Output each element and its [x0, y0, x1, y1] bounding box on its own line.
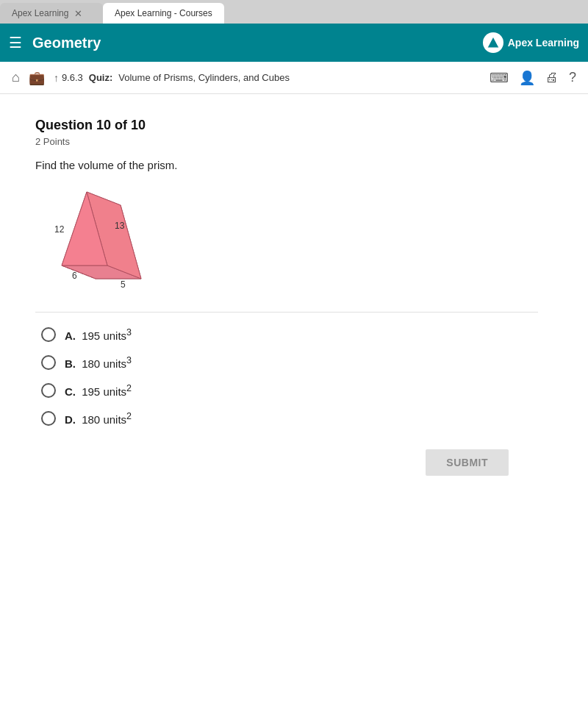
translate-icon[interactable]: ⌨: [490, 70, 509, 86]
profile-icon[interactable]: 👤: [519, 70, 535, 86]
nav-tools: ⌨ 👤 🖨 ?: [490, 70, 576, 86]
apex-logo-svg: [485, 35, 501, 51]
hamburger-icon[interactable]: ☰: [9, 34, 22, 51]
tab-apex-learning-courses[interactable]: Apex Learning - Courses: [103, 3, 224, 24]
tab-apex-learning[interactable]: Apex Learning ✕: [0, 3, 103, 24]
secondary-navigation-bar: ⌂ 💼 ↑ 9.6.3 Quiz: Volume of Prisms, Cyli…: [0, 62, 588, 94]
radio-a[interactable]: [41, 327, 56, 342]
answer-choice-c[interactable]: C. 195 units2: [41, 383, 538, 398]
apex-logo: Apex Learning: [483, 32, 579, 53]
app-title: Geometry: [32, 35, 483, 51]
choice-letter-c: C.: [65, 385, 76, 398]
breadcrumb: ↑ 9.6.3 Quiz: Volume of Prisms, Cylinder…: [54, 72, 481, 84]
choice-unit-d: units: [103, 413, 126, 426]
choice-exp-b: 3: [126, 355, 132, 365]
apex-logo-text: Apex Learning: [508, 37, 579, 49]
choice-exp-c: 2: [126, 383, 132, 393]
apex-logo-icon: [483, 32, 503, 53]
radio-b[interactable]: [41, 355, 56, 370]
choice-unit-c: units: [103, 385, 126, 398]
choice-unit-a: units: [103, 329, 126, 342]
question-text: Find the volume of the prism.: [35, 159, 538, 171]
print-icon[interactable]: 🖨: [545, 70, 559, 85]
answer-choice-d[interactable]: D. 180 units2: [41, 411, 538, 426]
radio-c[interactable]: [41, 383, 56, 398]
dim-base1-label: 6: [72, 271, 77, 281]
tab-active-label: Apex Learning - Courses: [115, 8, 212, 18]
question-title: Question 10 of 10: [35, 118, 538, 133]
choice-value-b: 180: [82, 357, 100, 370]
answer-choice-a[interactable]: A. 195 units3: [41, 327, 538, 342]
question-points: 2 Points: [35, 136, 538, 147]
answer-choices: A. 195 units3 B. 180 units3 C. 195 units…: [35, 327, 538, 426]
choice-letter-b: B.: [65, 357, 76, 370]
submit-container: SUBMIT: [35, 449, 538, 476]
home-icon[interactable]: ⌂: [12, 70, 20, 85]
breadcrumb-type: Quiz:: [89, 72, 113, 83]
tab-label: Apex Learning: [12, 8, 68, 18]
choice-value-a: 195: [82, 329, 100, 342]
choice-value-c: 195: [82, 385, 100, 398]
divider: [35, 312, 538, 313]
choice-letter-a: A.: [65, 329, 76, 342]
choice-exp-a: 3: [126, 327, 132, 338]
help-icon[interactable]: ?: [569, 70, 576, 85]
choice-exp-d: 2: [126, 411, 132, 421]
breadcrumb-section: 9.6.3: [62, 72, 83, 83]
dim-slant-label: 13: [115, 221, 125, 231]
choice-unit-b: units: [103, 357, 126, 370]
browser-tabs-bar: Apex Learning ✕ Apex Learning - Courses: [0, 0, 588, 24]
answer-choice-b[interactable]: B. 180 units3: [41, 355, 538, 370]
prism-diagram: 12 13 6 5: [41, 185, 170, 291]
tab-close-icon[interactable]: ✕: [74, 8, 82, 19]
choice-letter-d: D.: [65, 413, 76, 426]
breadcrumb-title: Volume of Prisms, Cylinders, and Cubes: [118, 72, 290, 83]
top-navigation-bar: ☰ Geometry Apex Learning: [0, 24, 588, 62]
choice-value-d: 180: [82, 413, 100, 426]
briefcase-icon[interactable]: 💼: [29, 70, 45, 86]
submit-button[interactable]: SUBMIT: [426, 449, 509, 476]
dim-height-label: 12: [54, 224, 65, 235]
dim-base2-label: 5: [121, 279, 126, 290]
main-content: Question 10 of 10 2 Points Find the volu…: [0, 94, 573, 499]
breadcrumb-arrow-icon: ↑: [54, 72, 59, 84]
radio-d[interactable]: [41, 411, 56, 426]
prism-diagram-container: 12 13 6 5: [35, 185, 538, 294]
